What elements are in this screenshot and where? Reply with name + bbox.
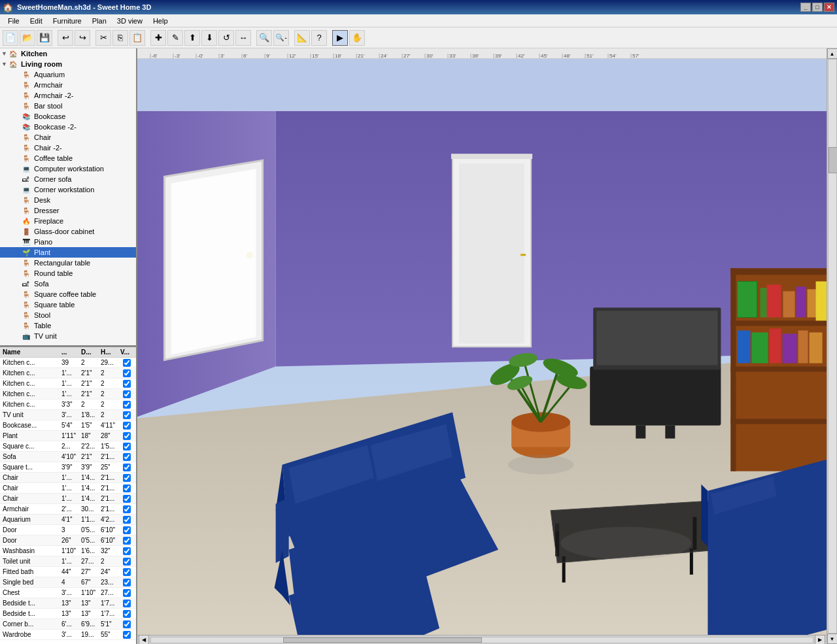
visibility-checkbox[interactable]	[123, 631, 131, 639]
save-button[interactable]: 💾	[37, 30, 52, 46]
tree-item-roundtable[interactable]: 🪑 Round table	[0, 268, 136, 279]
table-row[interactable]: Chair 1'... 1'4... 2'1...	[0, 494, 136, 504]
tree-item-armchair[interactable]: 🪑 Armchair	[0, 80, 136, 90]
close-button[interactable]: ✕	[824, 3, 834, 12]
table-row[interactable]: Square c... 2... 2'2... 1'5...	[0, 441, 136, 452]
vscroll-thumb[interactable]	[828, 147, 838, 173]
tree-item-barstool[interactable]: 🪑 Bar stool	[0, 101, 136, 111]
cell-check[interactable]	[120, 547, 133, 555]
visibility-checkbox[interactable]	[123, 443, 131, 450]
tree-item-desk[interactable]: 🪑 Desk	[0, 195, 136, 205]
tree-item-livingroom[interactable]: ▼ 🏠 Living room	[0, 59, 136, 69]
cell-check[interactable]	[120, 464, 133, 471]
tree-item-coffeetable[interactable]: 🪑 Coffee table	[0, 153, 136, 163]
cell-check[interactable]	[120, 610, 133, 618]
visibility-checkbox[interactable]	[123, 411, 131, 419]
minimize-button[interactable]: _	[800, 3, 811, 12]
3d-view[interactable]	[137, 59, 827, 635]
visibility-checkbox[interactable]	[123, 453, 131, 461]
visibility-checkbox[interactable]	[123, 589, 131, 597]
cell-check[interactable]	[120, 359, 133, 367]
table-row[interactable]: Bookcase... 5'4" 1'5" 4'11"	[0, 420, 136, 431]
table-row[interactable]: Kitchen c... 1'... 2'1" 2	[0, 368, 136, 379]
horizontal-scrollbar[interactable]: ◀ ▶	[137, 635, 827, 644]
table-row[interactable]: Kitchen c... 1'... 2'1" 2	[0, 379, 136, 389]
table-row[interactable]: Single bed 4 67" 23...	[0, 577, 136, 588]
tree-item-chair2[interactable]: 🪑 Chair -2-	[0, 143, 136, 153]
cell-check[interactable]	[120, 474, 133, 482]
cell-check[interactable]	[120, 411, 133, 419]
visibility-checkbox[interactable]	[123, 537, 131, 545]
paste-button[interactable]: 📋	[129, 30, 145, 46]
cell-check[interactable]	[120, 516, 133, 524]
table-row[interactable]: Kitchen c... 3'3" 2 2	[0, 399, 136, 410]
window-controls[interactable]: _ □ ✕	[800, 3, 834, 12]
visibility-checkbox[interactable]	[123, 359, 131, 367]
tree-item-piano[interactable]: 🎹 Piano	[0, 237, 136, 247]
cell-check[interactable]	[120, 432, 133, 440]
visibility-checkbox[interactable]	[123, 600, 131, 607]
help-button[interactable]: ?	[311, 30, 327, 46]
tree-item-cornersofa[interactable]: 🛋 Corner sofa	[0, 174, 136, 184]
scroll-down-button[interactable]: ▼	[827, 634, 838, 644]
visibility-checkbox[interactable]	[123, 401, 131, 409]
cell-check[interactable]	[120, 505, 133, 513]
cell-check[interactable]	[120, 380, 133, 388]
visibility-checkbox[interactable]	[123, 422, 131, 430]
hscroll-thumb[interactable]	[283, 637, 482, 643]
cell-check[interactable]	[120, 620, 133, 628]
cell-check[interactable]	[120, 600, 133, 607]
tree-item-tvunit[interactable]: 📺 TV unit	[0, 331, 136, 341]
table-row[interactable]: Chair 1'... 1'4... 2'1...	[0, 473, 136, 483]
visibility-checkbox[interactable]	[123, 558, 131, 566]
cell-check[interactable]	[120, 390, 133, 398]
menu-edit[interactable]: Edit	[25, 16, 48, 26]
tree-item-chair[interactable]: 🪑 Chair	[0, 132, 136, 143]
visibility-checkbox[interactable]	[123, 505, 131, 513]
tree-item-dresser[interactable]: 🪑 Dresser	[0, 205, 136, 216]
visibility-checkbox[interactable]	[123, 369, 131, 377]
table-row[interactable]: Door 3 0'5... 6'10"	[0, 525, 136, 535]
menu-3dview[interactable]: 3D view	[112, 16, 148, 26]
vertical-scrollbar[interactable]: ▲ ▼	[827, 48, 837, 644]
visibility-checkbox[interactable]	[123, 568, 131, 576]
table-row[interactable]: TV unit 3'... 1'8... 2	[0, 410, 136, 420]
visibility-checkbox[interactable]	[123, 432, 131, 440]
visibility-checkbox[interactable]	[123, 526, 131, 534]
cell-check[interactable]	[120, 443, 133, 450]
cut-button[interactable]: ✂	[95, 30, 111, 46]
table-row[interactable]: Corner b... 6'... 6'9... 5'1"	[0, 619, 136, 630]
cell-check[interactable]	[120, 537, 133, 545]
table-row[interactable]: Plant 1'11" 18" 28"	[0, 431, 136, 441]
cell-check[interactable]	[120, 589, 133, 597]
tree-item-computerworkstation[interactable]: 💻 Computer workstation	[0, 163, 136, 174]
cell-check[interactable]	[120, 558, 133, 566]
visibility-checkbox[interactable]	[123, 547, 131, 555]
open-button[interactable]: 📂	[20, 30, 35, 46]
cell-check[interactable]	[120, 579, 133, 586]
mirror-button[interactable]: ↔	[235, 30, 251, 46]
undo-button[interactable]: ↩	[58, 30, 73, 46]
table-row[interactable]: Fitted bath 44" 27" 24"	[0, 567, 136, 577]
maximize-button[interactable]: □	[812, 3, 823, 12]
visibility-checkbox[interactable]	[123, 464, 131, 471]
scroll-left-button[interactable]: ◀	[139, 635, 149, 645]
visibility-checkbox[interactable]	[123, 474, 131, 482]
visibility-checkbox[interactable]	[123, 390, 131, 398]
cell-check[interactable]	[120, 568, 133, 576]
tree-item-armchair2[interactable]: 🪑 Armchair -2-	[0, 90, 136, 101]
cell-check[interactable]	[120, 422, 133, 430]
table-row[interactable]: Door 26" 0'5... 6'10"	[0, 535, 136, 546]
tree-item-sofa[interactable]: 🛋 Sofa	[0, 279, 136, 289]
visibility-checkbox[interactable]	[123, 516, 131, 524]
tree-item-table[interactable]: 🪑 Table	[0, 320, 136, 331]
properties-table[interactable]: Name ... D... H... V... Kitchen c... 39 …	[0, 347, 136, 644]
visibility-checkbox[interactable]	[123, 380, 131, 388]
tree-item-squarecoffeetable[interactable]: 🪑 Square coffee table	[0, 289, 136, 299]
menu-file[interactable]: File	[3, 16, 25, 26]
visibility-checkbox[interactable]	[123, 579, 131, 586]
table-row[interactable]: Kitchen c... 1'... 2'1" 2	[0, 389, 136, 399]
zoom-out-button[interactable]: 🔍-	[273, 30, 289, 46]
table-row[interactable]: Washbasin 1'10" 1'6... 32"	[0, 546, 136, 556]
select-button[interactable]: ▶	[332, 30, 348, 46]
